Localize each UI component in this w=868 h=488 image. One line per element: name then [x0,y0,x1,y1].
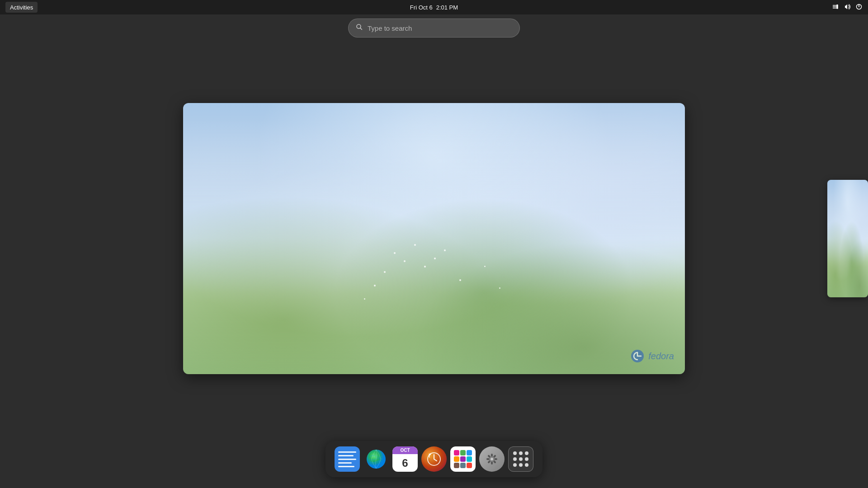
fedora-text: fedora [648,351,674,361]
sound-icon[interactable] [844,3,851,12]
apps-grid-icon [508,446,533,472]
workspace-area: fedora [0,43,868,434]
calendar-month: OCT [392,446,418,454]
svg-rect-16 [467,463,472,468]
search-icon [356,23,363,33]
dock-calendar-icon[interactable]: OCT 6 [392,446,418,472]
svg-rect-9 [460,450,466,455]
second-workspace[interactable] [827,180,868,297]
dock-notes-icon[interactable] [335,446,360,472]
svg-line-26 [489,461,490,462]
svg-rect-8 [454,450,459,455]
settings-gear-svg [483,450,500,468]
svg-rect-13 [467,456,472,462]
svg-rect-14 [454,463,459,468]
wallpaper: fedora [183,103,685,374]
activities-button[interactable]: Activities [5,2,38,13]
svg-point-28 [491,458,493,460]
main-workspace[interactable]: fedora [183,103,685,374]
svg-rect-11 [454,456,459,462]
calendar-day: 6 [402,454,408,472]
dock-settings-icon[interactable] [479,446,505,472]
time-display: 2:01 PM [436,4,458,11]
date-display: Fri Oct 6 [410,4,433,11]
svg-line-24 [494,461,495,462]
svg-rect-10 [467,450,472,455]
activities-label: Activities [10,4,33,11]
svg-line-23 [489,456,490,457]
dock-timeshift-icon[interactable] [421,446,447,472]
svg-point-2 [836,7,838,9]
system-tray [832,3,863,12]
earth-icon-svg [367,450,386,469]
power-icon[interactable] [855,3,863,12]
fedora-watermark: fedora [630,349,674,363]
svg-rect-15 [460,463,466,468]
search-container [348,19,520,38]
flathub-icon-svg [453,449,473,469]
svg-line-25 [494,456,495,457]
search-input[interactable] [368,24,512,32]
topbar: Activities Fri Oct 6 2:01 PM [0,0,868,14]
dock-web-icon[interactable] [363,446,389,472]
network-icon[interactable] [832,3,839,12]
dock-software-icon[interactable] [450,446,476,472]
second-wallpaper [827,180,868,297]
timeshift-icon-svg [426,451,442,467]
notes-icon-graphic [335,447,360,472]
clock-area[interactable]: Fri Oct 6 2:01 PM [410,4,458,11]
dock: OCT 6 [326,441,542,477]
svg-rect-12 [460,456,466,462]
search-bar [348,19,520,38]
dock-apps-icon[interactable] [508,446,533,472]
